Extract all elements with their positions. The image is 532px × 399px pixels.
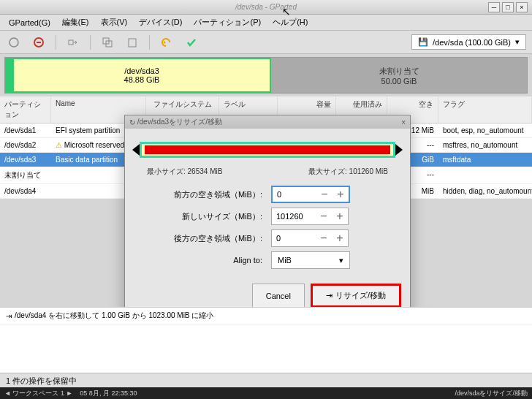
taskbar: ◄ ワークスペース 1 ► 05 8月, 月 22:35:30 /dev/sda… bbox=[0, 387, 532, 399]
plus-icon[interactable]: + bbox=[332, 188, 349, 201]
close-button[interactable]: × bbox=[516, 2, 528, 12]
chevron-down-icon: ▾ bbox=[339, 256, 343, 265]
warning-icon: ⚠ bbox=[56, 141, 62, 149]
menu-device[interactable]: デバイス(D) bbox=[133, 15, 188, 30]
free-before-label: 前方の空き領域（MiB）: bbox=[140, 189, 271, 200]
paste-icon[interactable] bbox=[124, 34, 140, 50]
col-flags[interactable]: フラグ bbox=[438, 96, 532, 123]
resize-icon[interactable] bbox=[65, 34, 81, 50]
slider-fill bbox=[145, 145, 390, 154]
min-size: 最小サイズ: 26534 MiB bbox=[147, 167, 222, 177]
disk-map-unallocated[interactable]: 未割り当て 50.00 GiB bbox=[271, 58, 527, 93]
cell-flags: msftres, no_automount bbox=[438, 138, 532, 152]
resize-icon: ⇥ bbox=[6, 312, 12, 320]
new-size-field[interactable] bbox=[272, 210, 316, 222]
dialog-close-icon[interactable]: × bbox=[401, 118, 406, 126]
cell-partition: /dev/sda2 bbox=[0, 138, 51, 152]
device-label: /dev/sda (100.00 GiB) bbox=[433, 38, 511, 47]
minus-icon[interactable]: − bbox=[316, 188, 332, 201]
align-select[interactable]: MiB ▾ bbox=[271, 251, 350, 269]
clock: 05 8月, 月 22:35:30 bbox=[80, 389, 137, 398]
slider-track[interactable] bbox=[140, 142, 395, 158]
cell-partition: /dev/sda3 bbox=[0, 153, 51, 167]
minus-icon[interactable]: − bbox=[316, 232, 332, 245]
cell-partition: /dev/sda1 bbox=[0, 123, 51, 137]
menu-partition[interactable]: パーティション(P) bbox=[188, 15, 267, 30]
menu-help[interactable]: ヘルプ(H) bbox=[267, 15, 314, 30]
menu-view[interactable]: 表示(V) bbox=[95, 15, 134, 30]
cell-partition: /dev/sda4 bbox=[0, 184, 51, 198]
max-size: 最大サイズ: 101260 MiB bbox=[308, 167, 388, 177]
disk-map-label: 未割り当て bbox=[379, 66, 419, 77]
pending-op[interactable]: ⇥ /dev/sda4 を右に移動して 1.00 GiB から 1023.00 … bbox=[0, 308, 532, 324]
statusbar: 1 件の操作を保留中 bbox=[0, 373, 532, 387]
align-value: MiB bbox=[278, 256, 292, 265]
dialog-titlebar: ↻ /dev/sda3をリサイズ/移動 × bbox=[125, 115, 410, 129]
delete-icon[interactable] bbox=[31, 34, 47, 50]
free-after-field[interactable] bbox=[272, 232, 316, 244]
pending-op-text: /dev/sda4 を右に移動して 1.00 GiB から 1023.00 Mi… bbox=[15, 311, 213, 321]
partition-slider[interactable] bbox=[132, 142, 403, 158]
pending-operations: ⇥ /dev/sda4 を右に移動して 1.00 GiB から 1023.00 … bbox=[0, 307, 532, 373]
cell-partition: 未割り当て bbox=[0, 167, 51, 183]
plus-icon[interactable]: + bbox=[332, 232, 348, 245]
disk-map-tiny bbox=[5, 58, 12, 93]
cancel-button[interactable]: Cancel bbox=[252, 284, 305, 308]
toolbar: 💾 /dev/sda (100.00 GiB) ▾ bbox=[0, 31, 532, 54]
menubar: GParted(G) 編集(E) 表示(V) デバイス(D) パーティション(P… bbox=[0, 15, 532, 31]
free-after-input[interactable]: − + bbox=[271, 229, 349, 247]
align-label: Align to: bbox=[140, 256, 271, 265]
minus-icon[interactable]: − bbox=[316, 210, 332, 223]
chevron-down-icon: ▾ bbox=[515, 37, 520, 47]
disk-map-size: 48.88 GiB bbox=[124, 75, 160, 84]
disk-map[interactable]: /dev/sda3 48.88 GiB 未割り当て 50.00 GiB bbox=[4, 57, 528, 94]
device-selector[interactable]: 💾 /dev/sda (100.00 GiB) ▾ bbox=[411, 34, 526, 50]
col-partition[interactable]: パーティション bbox=[0, 96, 51, 123]
disk-icon: 💾 bbox=[418, 37, 428, 47]
free-after-label: 後方の空き領域（MiB）: bbox=[140, 233, 271, 244]
slider-left-arrow-icon[interactable] bbox=[132, 144, 140, 156]
free-before-field[interactable] bbox=[273, 189, 316, 200]
plus-icon[interactable]: + bbox=[332, 210, 348, 223]
svg-rect-3 bbox=[69, 40, 73, 45]
menu-edit[interactable]: 編集(E) bbox=[56, 15, 95, 30]
new-size-input[interactable]: − + bbox=[271, 208, 349, 225]
cell-flags bbox=[438, 167, 532, 183]
new-icon[interactable] bbox=[6, 34, 22, 50]
resize-move-button[interactable]: ⇥ リサイズ/移動 bbox=[311, 284, 401, 308]
resize-icon: ⇥ bbox=[326, 291, 332, 300]
size-limits: 最小サイズ: 26534 MiB 最大サイズ: 101260 MiB bbox=[125, 167, 410, 177]
svg-point-0 bbox=[10, 38, 18, 47]
maximize-button[interactable]: □ bbox=[502, 2, 514, 12]
disk-map-size: 50.00 GiB bbox=[381, 77, 417, 86]
taskbar-window[interactable]: /dev/sdaをリサイズ/移動 bbox=[455, 389, 528, 398]
new-size-label: 新しいサイズ（MiB）: bbox=[140, 211, 271, 222]
cell-flags: hidden, diag, no_automount bbox=[438, 184, 532, 198]
window-title: /dev/sda - GParted bbox=[235, 3, 297, 11]
svg-rect-6 bbox=[129, 39, 136, 47]
menu-gparted[interactable]: GParted(G) bbox=[3, 16, 56, 29]
titlebar: /dev/sda - GParted ─ □ × bbox=[0, 0, 532, 15]
status-text: 1 件の操作を保留中 bbox=[6, 376, 77, 385]
dialog-title: /dev/sda3をリサイズ/移動 bbox=[137, 117, 222, 127]
minimize-button[interactable]: ─ bbox=[488, 2, 500, 12]
slider-right-arrow-icon[interactable] bbox=[395, 144, 403, 156]
refresh-icon: ↻ bbox=[129, 118, 135, 126]
cell-flags: msftdata bbox=[438, 153, 532, 167]
undo-icon[interactable] bbox=[159, 34, 175, 50]
copy-icon[interactable] bbox=[99, 34, 115, 50]
workspace-switcher[interactable]: ◄ ワークスペース 1 ► bbox=[4, 389, 72, 398]
resize-button-label: リサイズ/移動 bbox=[335, 290, 386, 301]
free-before-input[interactable]: − + bbox=[271, 186, 350, 203]
apply-icon[interactable] bbox=[183, 34, 200, 50]
disk-map-label: /dev/sda3 bbox=[124, 66, 159, 75]
disk-map-sda3[interactable]: /dev/sda3 48.88 GiB bbox=[12, 58, 271, 93]
resize-dialog: ↻ /dev/sda3をリサイズ/移動 × 最小サイズ: 26534 MiB 最… bbox=[124, 115, 411, 317]
cell-flags: boot, esp, no_automount bbox=[438, 123, 532, 137]
